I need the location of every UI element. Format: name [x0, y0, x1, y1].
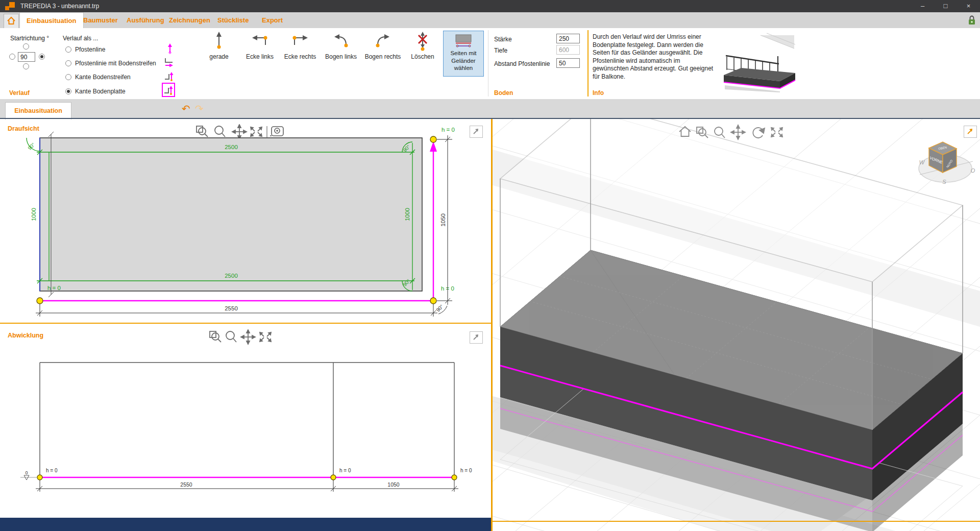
tab-stueckliste[interactable]: Stückliste: [211, 12, 255, 28]
redo-button: ↷: [195, 103, 204, 114]
tab-export[interactable]: Export: [255, 12, 289, 28]
undo-button[interactable]: ↶: [182, 103, 190, 114]
protection-icon[interactable]: [967, 15, 977, 26]
bottom-status-bar: [0, 518, 491, 531]
viewer-3d[interactable]: VORNE OBEN NORD W S O: [491, 119, 980, 531]
info-text: Durch den Verlauf wird der Umriss einer …: [593, 33, 717, 81]
dim-right-inner: 1000: [404, 208, 410, 221]
main-tab-bar: Einbausituation Baumuster Ausführung Zei…: [0, 12, 980, 29]
tab-einbausituation[interactable]: Einbausituation: [19, 12, 84, 28]
info-separator: [587, 30, 589, 96]
ecke-links-icon: [251, 32, 269, 50]
option-radio-pfostenlinie-bodenstreifen[interactable]: [65, 60, 71, 66]
pfostenline-icon: [163, 42, 175, 55]
dim-segment-right: 1050: [387, 481, 400, 488]
section-label-boden: Boden: [494, 89, 513, 96]
startrichtung-radio-up[interactable]: [23, 43, 29, 50]
staerke-input[interactable]: [556, 34, 580, 43]
seiten-gelaender-label: Seiten mit Geländer wählen: [444, 50, 483, 71]
startrichtung-radio-left[interactable]: [9, 54, 15, 60]
home-view-icon[interactable]: [679, 127, 691, 136]
abwicklung-h0-labels: h = 0 h = 0 h = 0: [46, 468, 472, 473]
verlauf-als-label: Verlauf als ...: [63, 35, 98, 42]
dim-bottom-outer: 2550: [225, 305, 238, 311]
kante-bodenstreifen-icon: [163, 70, 175, 82]
ecke-rechts-icon: [291, 32, 309, 50]
bogen-links-icon: [332, 32, 350, 51]
abwicklung-drawing: 0 h = 0 h = 0 h = 0 2550 1050: [0, 324, 491, 518]
viewer-left-divider: [491, 119, 493, 531]
expand-icon: [964, 126, 976, 137]
compass-east: O: [971, 167, 975, 174]
pfostenlinie-bodenstreifen-icon: [163, 56, 175, 68]
tool-ecke-links[interactable]: Ecke links: [244, 31, 276, 66]
viewer-bottom-divider: [493, 521, 980, 522]
viewer-toolbar[interactable]: [678, 124, 790, 141]
option-label-kante-bodenplatte[interactable]: Kante Bodenplatte: [75, 88, 126, 95]
startrichtung-label: Startrichtung °: [10, 35, 49, 42]
kante-bodenplatte-icon: [163, 84, 174, 96]
option-radio-kante-bodenplatte[interactable]: [65, 88, 71, 94]
tool-bogen-links[interactable]: Bogen links: [324, 31, 358, 66]
abwicklung-dim-labels: 2550 1050: [180, 481, 400, 488]
section-label-verlauf: Verlauf: [9, 89, 30, 96]
option-label-pfostenlinie-bodenstreifen[interactable]: Pfostenlinie mit Bodenstreifen: [75, 60, 156, 67]
home-tab[interactable]: [4, 14, 19, 29]
abwicklung-outline: [40, 363, 454, 480]
balcony-preview-image: [718, 32, 803, 92]
tool-bogen-rechts[interactable]: Bogen rechts: [364, 31, 401, 66]
dim-bottom-inner: 2500: [225, 273, 238, 279]
staerke-label: Stärke: [494, 36, 512, 43]
startrichtung-radio-down[interactable]: [23, 63, 29, 69]
seiten-gelaender-icon: [453, 34, 474, 48]
angle-top-left: 90°: [27, 141, 36, 151]
fit-view-icon[interactable]: [771, 128, 782, 137]
option-label-kante-bodenstreifen[interactable]: Kante Bodenstreifen: [75, 74, 131, 81]
ribbon-separator: [488, 30, 488, 96]
h0-right: h = 0: [460, 468, 472, 473]
dim-right-outer: 1050: [440, 213, 446, 227]
datum-zero: 0: [25, 470, 28, 475]
abstand-pfostenlinie-input[interactable]: [556, 58, 580, 68]
bodenplatte-outline: [40, 138, 422, 291]
ribbon: Startrichtung ° Verlauf als ... Pfostenl…: [0, 28, 980, 100]
option-radio-pfostenline[interactable]: [65, 46, 71, 53]
orbit-icon[interactable]: [753, 128, 765, 138]
home-icon: [7, 16, 16, 26]
tiefe-input: [556, 45, 580, 55]
window-title: TREPEDIA 3 - unbenannt.trp: [20, 3, 99, 10]
tab-zeichnungen[interactable]: Zeichnungen: [162, 12, 217, 28]
zoom-icon[interactable]: [715, 127, 725, 138]
dim-left: 1000: [31, 208, 37, 221]
tab-baumuster[interactable]: Baumuster: [77, 12, 125, 28]
h0-left: h = 0: [46, 468, 58, 473]
datum-symbol: 0: [20, 470, 37, 480]
close-button[interactable]: ×: [957, 0, 980, 12]
title-bar: TREPEDIA 3 - unbenannt.trp – □ ×: [0, 0, 980, 12]
draufsicht-drawing: 2500 2500 1000 1000 90° 90° 90° h = 0 h …: [0, 119, 491, 323]
document-tab-bar: Einbausituation ↶ ↷ Fenster ausschneiden: [0, 99, 980, 119]
gerade-icon: [213, 31, 225, 50]
option-radio-kante-bodenstreifen[interactable]: [65, 74, 71, 80]
maximize-button[interactable]: □: [934, 0, 957, 12]
section-label-info: Info: [593, 89, 604, 96]
seiten-mit-gelaender-button[interactable]: Seiten mit Geländer wählen: [443, 31, 484, 77]
tool-ecke-rechts[interactable]: Ecke rechts: [282, 31, 318, 66]
startrichtung-radio-right[interactable]: [39, 54, 45, 60]
startrichtung-input[interactable]: [18, 52, 35, 62]
pan-icon[interactable]: [731, 125, 745, 139]
h0-top-right: h = 0: [442, 127, 455, 133]
compass-south: S: [942, 179, 946, 185]
tool-loeschen[interactable]: Löschen: [408, 31, 437, 66]
compass-west: W: [919, 159, 925, 165]
tiefe-label: Tiefe: [494, 47, 507, 54]
dim-top: 2500: [225, 144, 238, 150]
h0-mid: h = 0: [339, 468, 351, 473]
option-label-pfostenline[interactable]: Pfostenline: [75, 46, 105, 53]
doc-tab-einbausituation[interactable]: Einbausituation: [5, 102, 71, 119]
tool-gerade[interactable]: gerade: [207, 31, 231, 66]
viewer-expand-button[interactable]: [964, 126, 977, 138]
dim-segment-left: 2550: [180, 481, 192, 488]
minimize-button[interactable]: –: [911, 0, 934, 12]
zoom-window-icon[interactable]: [697, 127, 708, 138]
